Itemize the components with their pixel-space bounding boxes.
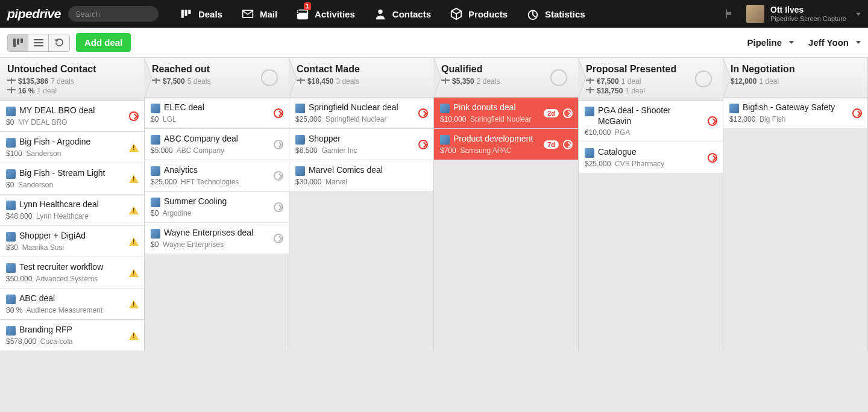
deal-org: HFT Technologies — [181, 178, 239, 186]
deal-title: MY DEAL BRO deal — [19, 105, 110, 116]
deal-avatar — [440, 135, 450, 145]
deal-card[interactable]: Lynn Healthcare deal$48,800 Lynn Healthc… — [0, 195, 144, 226]
deal-avatar — [585, 107, 594, 116]
deal-card[interactable]: Big Fish - Stream Light$0 Sanderson — [0, 163, 144, 195]
user-menu[interactable]: Ott Ilves Pipedrive Screen Capture — [746, 5, 861, 23]
deal-card[interactable]: Shopper + DigiAd$30 Maarika Susi — [0, 226, 144, 257]
deal-card[interactable]: ABC deal80 % Audience Measurement — [0, 289, 144, 320]
deal-card[interactable]: Catalogue$25,000 CVS Pharmacy — [579, 142, 723, 173]
deal-card[interactable]: Wayne Enterprises deal$0 Wayne Enterpris… — [145, 223, 289, 254]
calendar-day: 8 — [296, 8, 300, 15]
owner-dropdown[interactable]: Jeff Yoon — [808, 37, 861, 48]
deal-org: Big Fish — [760, 115, 785, 123]
deal-card[interactable]: Product development$700 Samsung APAC7d — [434, 129, 578, 160]
column-title: Untouched Contact — [7, 64, 137, 75]
overdue-icon — [708, 116, 717, 126]
deal-avatar — [151, 198, 160, 207]
scale-icon — [7, 87, 16, 95]
deal-org: Marvel — [326, 178, 347, 186]
scale-icon — [586, 78, 594, 85]
column-header[interactable]: Contact Made$18,450 3 deals — [289, 58, 433, 98]
next-icon — [274, 171, 283, 181]
column-header[interactable]: Untouched Contact$135,386 7 deals16 % 1 … — [0, 58, 144, 101]
deal-amount: $30 — [6, 243, 18, 252]
deal-card[interactable]: Branding RFP$578,000 Coca-cola — [0, 320, 144, 351]
overdue-icon — [563, 140, 573, 149]
user-sub: Pipedrive Screen Capture — [770, 15, 846, 23]
flag-icon[interactable] — [722, 7, 737, 21]
search-container[interactable] — [68, 6, 159, 22]
svg-rect-1 — [184, 10, 187, 16]
deal-card[interactable]: Bigfish - Gateway Safety$12,000 Big Fish — [723, 98, 867, 129]
owner-label: Jeff Yoon — [808, 37, 849, 48]
deal-amount: $25,000 — [151, 178, 177, 186]
pipeline-column: In Negotiation$12,000 1 dealBigfish - Ga… — [723, 58, 868, 351]
deal-card[interactable]: Analytics$25,000 HFT Technologies — [145, 160, 289, 192]
deal-amount: $0 — [151, 240, 159, 249]
chevron-down-icon — [856, 41, 861, 44]
deal-title: PGA deal - Shooter McGavin — [598, 105, 717, 126]
search-input[interactable] — [75, 10, 151, 19]
column-header[interactable]: In Negotiation$12,000 1 deal — [723, 58, 867, 98]
view-refresh-button[interactable] — [49, 34, 69, 51]
nav-label: Activities — [315, 9, 355, 19]
deal-title: Shopper + DigiAd — [19, 231, 101, 242]
nav-activities[interactable]: 81Activities — [287, 0, 363, 28]
deal-title: Analytics — [164, 165, 213, 176]
column-stats: $135,386 7 deals — [7, 77, 137, 86]
deal-amount: $48,800 — [6, 212, 32, 220]
deal-subtitle: 80 % Audience Measurement — [6, 306, 138, 314]
overdue-icon — [563, 108, 573, 118]
deal-card[interactable]: Test recruiter workflow$50,000 Advanced … — [0, 257, 144, 289]
deal-card[interactable]: MY DEAL BRO deal$0 MY DEAL BRO — [0, 101, 144, 132]
deal-card[interactable]: Pink donuts deal$10,000 Springfield Nucl… — [434, 98, 578, 129]
deal-subtitle: $0 MY DEAL BRO — [6, 118, 138, 126]
add-deal-button[interactable]: Add deal — [76, 33, 131, 52]
nav-products[interactable]: Products — [441, 0, 516, 28]
column-title: In Negotiation — [731, 64, 860, 75]
chevron-down-icon — [856, 13, 861, 16]
overdue-icon — [708, 153, 717, 163]
deal-amount: €10,000 — [585, 128, 611, 137]
column-title: Proposal Presented — [586, 64, 715, 75]
deal-avatar — [6, 138, 16, 148]
overdue-icon — [418, 108, 428, 118]
nav-contacts[interactable]: Contacts — [365, 0, 439, 28]
pipeline-dropdown[interactable]: Pipeline — [747, 37, 794, 48]
pipeline-column: Reached out$7,500 5 dealsELEC deal$0 LGL… — [145, 58, 289, 351]
warning-icon — [129, 237, 139, 246]
deal-amount: $0 — [6, 118, 14, 126]
avatar — [746, 5, 764, 23]
deal-avatar — [295, 166, 305, 176]
nav-mail[interactable]: Mail — [232, 0, 286, 28]
overdue-icon — [418, 140, 428, 149]
deal-card[interactable]: Shopper$6,500 Garnier Inc — [289, 129, 433, 160]
nav-statistics[interactable]: Statistics — [517, 0, 594, 28]
deal-card[interactable]: Springfield Nuclear deal$25,000 Springfi… — [289, 98, 433, 129]
deal-card[interactable]: ABC Company deal$5,000 ABC Company — [145, 129, 289, 160]
deal-subtitle: $30,000 Marvel — [295, 178, 427, 186]
view-list-button[interactable] — [28, 34, 49, 51]
deal-title: Big Fish - Stream Light — [19, 168, 121, 179]
nav-deals[interactable]: Deals — [171, 0, 231, 28]
deal-avatar — [6, 107, 16, 116]
view-kanban-button[interactable] — [8, 34, 28, 51]
column-header[interactable]: Reached out$7,500 5 deals — [145, 58, 289, 98]
column-cards: Pink donuts deal$10,000 Springfield Nucl… — [434, 98, 578, 160]
deal-org: Sanderson — [26, 149, 61, 158]
deal-title: Shopper — [309, 134, 356, 145]
statistics-icon — [526, 7, 540, 21]
deal-card[interactable]: PGA deal - Shooter McGavin€10,000 PGA — [579, 101, 723, 142]
deal-card[interactable]: Marvel Comics deal$30,000 Marvel — [289, 160, 433, 192]
column-header[interactable]: Qualified$5,350 2 deals — [434, 58, 578, 98]
notification-badge: 1 — [304, 2, 311, 10]
deal-amount: $30,000 — [295, 178, 321, 186]
column-header[interactable]: Proposal Presented€7,500 1 deal$18,750 1… — [579, 58, 723, 101]
deal-card[interactable]: Big Fish - Argodine$100 Sanderson — [0, 132, 144, 163]
deal-card[interactable]: Summer Cooling$0 Argodine — [145, 192, 289, 223]
column-cards: Springfield Nuclear deal$25,000 Springfi… — [289, 98, 433, 192]
warning-icon — [129, 300, 139, 308]
deal-card[interactable]: ELEC deal$0 LGL — [145, 98, 289, 129]
deal-subtitle: $0 Argodine — [151, 209, 283, 217]
stat-value: $18,450 — [307, 77, 333, 86]
